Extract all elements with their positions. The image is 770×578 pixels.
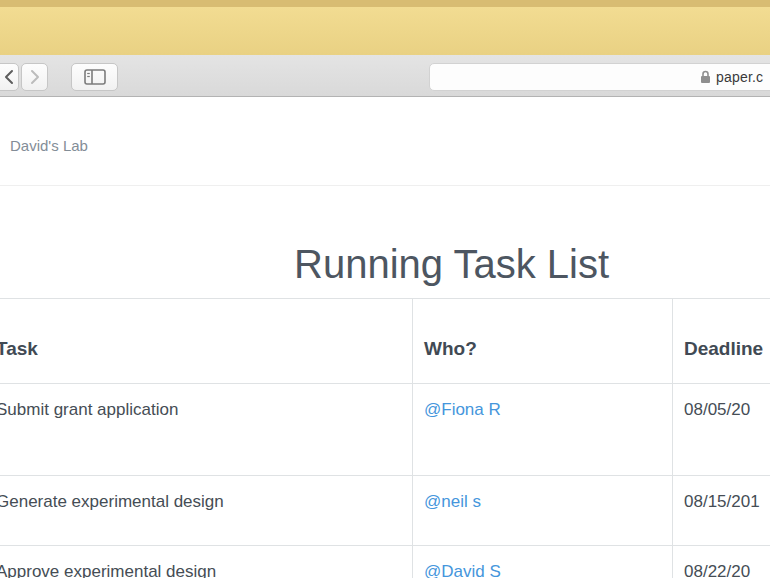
column-header-deadline-label: Deadline — [684, 338, 763, 359]
column-header-who[interactable]: Who? — [413, 299, 673, 383]
page-title[interactable]: Running Task List — [294, 243, 609, 285]
table-row: Approve experimental design @David S 08/… — [0, 546, 770, 578]
desktop-menubar-strip — [0, 0, 770, 7]
task-table: Task Who? Deadline Submit grant applicat… — [0, 298, 770, 578]
desktop-background — [0, 7, 770, 55]
forward-button[interactable] — [21, 63, 48, 91]
column-header-who-label: Who? — [424, 338, 477, 359]
sidebar-toggle-button[interactable] — [71, 63, 118, 91]
table-header-row: Task Who? Deadline — [0, 299, 770, 384]
deadline-cell[interactable]: 08/22/20 — [673, 546, 770, 578]
mention-link[interactable]: @Fiona R — [424, 400, 501, 419]
column-header-task-label: Task — [0, 338, 38, 359]
who-cell[interactable]: @David S — [413, 546, 673, 578]
forward-icon — [29, 69, 40, 85]
deadline-cell[interactable]: 08/15/201 — [673, 476, 770, 545]
who-cell[interactable]: @neil s — [413, 476, 673, 545]
browser-window: paper.c David's Lab Running Task List Ta… — [0, 0, 770, 578]
back-button[interactable] — [0, 63, 19, 91]
table-row: Submit grant application @Fiona R 08/05/… — [0, 384, 770, 476]
column-header-task[interactable]: Task — [0, 299, 413, 383]
mention-link[interactable]: @neil s — [424, 492, 481, 511]
back-icon — [3, 69, 14, 85]
task-cell[interactable]: Approve experimental design — [0, 546, 413, 578]
deadline-cell[interactable]: 08/05/20 — [673, 384, 770, 475]
task-cell[interactable]: Submit grant application — [0, 384, 413, 475]
address-bar[interactable]: paper.c — [429, 63, 770, 91]
table-row: Generate experimental design @neil s 08/… — [0, 476, 770, 546]
header-divider — [0, 185, 770, 186]
breadcrumb-link[interactable]: David's Lab — [10, 136, 88, 155]
who-cell[interactable]: @Fiona R — [413, 384, 673, 475]
lock-icon — [700, 70, 711, 84]
browser-toolbar: paper.c — [0, 55, 770, 97]
mention-link[interactable]: @David S — [424, 562, 501, 578]
column-header-deadline[interactable]: Deadline — [673, 299, 770, 383]
sidebar-icon — [84, 69, 106, 85]
task-cell[interactable]: Generate experimental design — [0, 476, 413, 545]
url-text: paper.c — [716, 69, 763, 85]
